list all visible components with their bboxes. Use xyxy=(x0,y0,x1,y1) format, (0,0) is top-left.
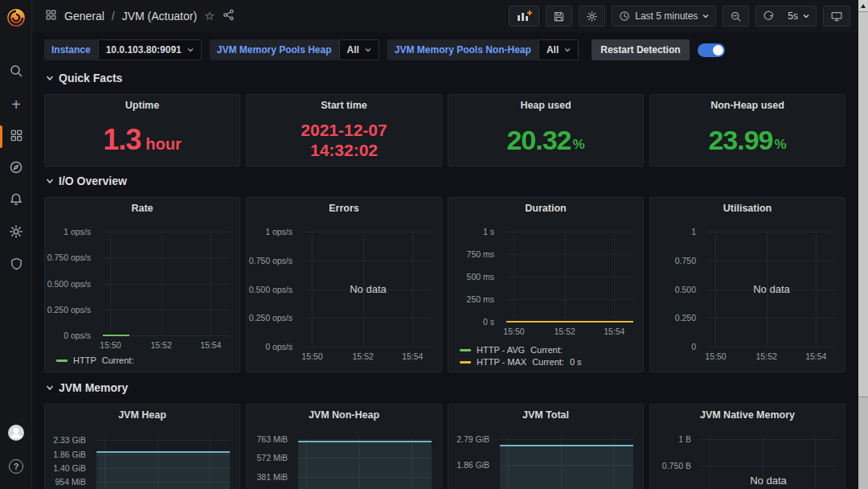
sidebar-item-help[interactable]: ? xyxy=(0,450,32,483)
panel-title[interactable]: Uptime xyxy=(45,100,240,111)
panel-title[interactable]: JVM Heap xyxy=(45,409,240,421)
panel-title[interactable]: Utilisation xyxy=(650,203,845,214)
row-header-jvm-memory[interactable]: JVM Memory xyxy=(46,381,128,394)
panel-start-time: Start time 2021-12-0714:32:02 xyxy=(246,94,442,166)
panel-title[interactable]: Heap used xyxy=(448,100,643,111)
dashboard-title[interactable]: JVM (Actuator) xyxy=(122,10,197,23)
help-icon: ? xyxy=(9,459,23,474)
series-area-fill xyxy=(500,446,633,489)
stat-value: 20.32% xyxy=(448,114,643,166)
series-http-max-line xyxy=(506,321,633,323)
y-axis: 1 ops/s 0.750 ops/s 0.500 ops/s 0.250 op… xyxy=(247,232,298,347)
legend-item-http[interactable]: HTTP Current: xyxy=(56,355,139,365)
y-axis: 1 s 750 ms 500 ms 250 ms 0 s xyxy=(448,232,500,322)
variable-value-dropdown[interactable]: All xyxy=(538,39,579,60)
compass-icon xyxy=(9,160,23,178)
y-axis: 1 0.750 0.500 0.250 0 xyxy=(650,232,702,347)
star-icon[interactable]: ☆ xyxy=(204,9,215,23)
variable-jvm-memory-pools-heap: JVM Memory Pools Heap All xyxy=(210,39,379,60)
legend-item-http-avg[interactable]: HTTP - AVG Current: xyxy=(460,345,568,355)
vertical-scrollbar[interactable] xyxy=(858,0,868,489)
series-non-heap-line xyxy=(298,441,432,442)
panel-title[interactable]: JVM Non-Heap xyxy=(247,409,441,421)
panel-rate: Rate 1 ops/s 0.750 ops/s 0.500 ops/s 0.2… xyxy=(44,197,240,372)
scrollbar-thumb[interactable] xyxy=(858,11,868,397)
y-axis: 2.79 GiB 1.86 GiB xyxy=(448,437,495,489)
panel-title[interactable]: JVM Total xyxy=(448,409,643,421)
chevron-down-icon xyxy=(564,47,571,52)
tv-mode-button[interactable] xyxy=(823,6,850,27)
y-axis: 1 ops/s 0.750 ops/s 0.500 ops/s 0.250 op… xyxy=(45,232,96,335)
panel-uptime: Uptime 1.3hour xyxy=(44,94,240,166)
variable-label[interactable]: Instance xyxy=(44,39,98,60)
panel-title[interactable]: Non-Heap used xyxy=(650,100,845,111)
refresh-button[interactable] xyxy=(755,6,782,27)
legend-item-http-max[interactable]: HTTP - MAX Current: 0 s xyxy=(460,357,582,367)
dashboards-grid-icon xyxy=(10,129,23,146)
refresh-interval-picker[interactable]: 5s xyxy=(781,6,817,27)
variable-label[interactable]: JVM Memory Pools Non-Heap xyxy=(387,39,538,60)
variable-value-dropdown[interactable]: All xyxy=(339,39,379,60)
save-icon xyxy=(553,10,565,23)
series-total-line xyxy=(500,445,633,446)
monitor-icon xyxy=(830,10,843,23)
chevron-down-icon xyxy=(803,14,809,18)
refresh-interval-label: 5s xyxy=(788,10,798,22)
panel-duration: Duration 1 s 750 ms 500 ms 250 ms 0 s 15… xyxy=(448,197,644,372)
scroll-up-button[interactable] xyxy=(858,0,868,11)
sidebar-item-explore[interactable] xyxy=(0,153,32,185)
no-data-message: No data xyxy=(305,232,432,347)
sidebar-item-profile[interactable] xyxy=(0,418,32,450)
sidebar-item-alerting[interactable] xyxy=(0,185,32,217)
panel-errors: Errors 1 ops/s 0.750 ops/s 0.500 ops/s 0… xyxy=(246,197,442,372)
grafana-logo[interactable] xyxy=(0,0,32,35)
panel-jvm-non-heap: JVM Non-Heap 763 MiB 572 MiB 381 MiB xyxy=(246,404,442,489)
variable-label[interactable]: JVM Memory Pools Heap xyxy=(210,39,339,60)
avatar xyxy=(6,423,26,446)
add-panel-button[interactable] xyxy=(509,6,539,27)
time-range-picker[interactable]: Last 5 minutes xyxy=(612,6,716,27)
row-header-io-overview[interactable]: I/O Overview xyxy=(46,175,127,187)
restart-detection-toggle[interactable] xyxy=(698,43,725,57)
variable-instance: Instance 10.0.103.80:9091 xyxy=(44,39,202,60)
dashboards-grid-icon xyxy=(45,9,57,24)
sidebar-item-search[interactable] xyxy=(0,56,32,88)
panel-title[interactable]: Rate xyxy=(45,203,240,214)
sidebar-item-create[interactable]: + xyxy=(0,88,32,121)
chevron-down-icon xyxy=(46,384,54,391)
zoom-out-button[interactable] xyxy=(723,6,749,27)
arrow-up-icon xyxy=(861,4,866,8)
panel-jvm-total: JVM Total 2.79 GiB 1.86 GiB xyxy=(448,404,644,489)
breadcrumb-section[interactable]: General xyxy=(64,10,104,23)
panel-title[interactable]: Start time xyxy=(247,100,441,111)
plot-area xyxy=(103,232,230,335)
restart-detection-button[interactable]: Restart Detection xyxy=(592,39,689,60)
quick-facts-row: Uptime 1.3hour Start time 2021-12-0714:3… xyxy=(44,94,845,166)
sidebar-item-server-admin[interactable] xyxy=(0,249,32,281)
plus-icon xyxy=(527,10,532,15)
stat-value: 23.99% xyxy=(650,114,845,166)
y-axis: 763 MiB 572 MiB 381 MiB xyxy=(247,437,293,489)
x-axis: 15:50 15:52 15:54 xyxy=(708,351,835,361)
panel-title[interactable]: Duration xyxy=(448,203,643,214)
sidebar-item-dashboards[interactable] xyxy=(0,121,32,153)
panel-heap-used: Heap used 20.32% xyxy=(448,94,644,166)
sidebar: + ? xyxy=(0,0,32,489)
panel-title[interactable]: Errors xyxy=(247,203,441,214)
share-icon[interactable] xyxy=(223,9,235,24)
series-heap-line xyxy=(96,451,230,453)
y-axis: 2.33 GiB 1.86 GiB 1.40 GiB 954 MiB xyxy=(45,437,92,489)
dashboard-settings-button[interactable] xyxy=(579,6,605,27)
save-dashboard-button[interactable] xyxy=(546,6,572,27)
toolbar: Last 5 minutes 5s xyxy=(509,6,850,27)
panel-title[interactable]: JVM Native Memory xyxy=(650,409,845,421)
series-http-line xyxy=(103,335,129,336)
sidebar-item-configuration[interactable] xyxy=(0,217,32,249)
variable-value-dropdown[interactable]: 10.0.103.80:9091 xyxy=(98,39,202,60)
clock-icon xyxy=(619,10,630,22)
bell-icon xyxy=(9,192,23,210)
stat-value: 2021-12-0714:32:02 xyxy=(247,114,441,166)
row-header-quick-facts[interactable]: Quick Facts xyxy=(46,72,122,84)
dashboard-header: General / JVM (Actuator) ☆ Last 5 minute… xyxy=(32,0,858,32)
plus-icon: + xyxy=(11,97,21,113)
